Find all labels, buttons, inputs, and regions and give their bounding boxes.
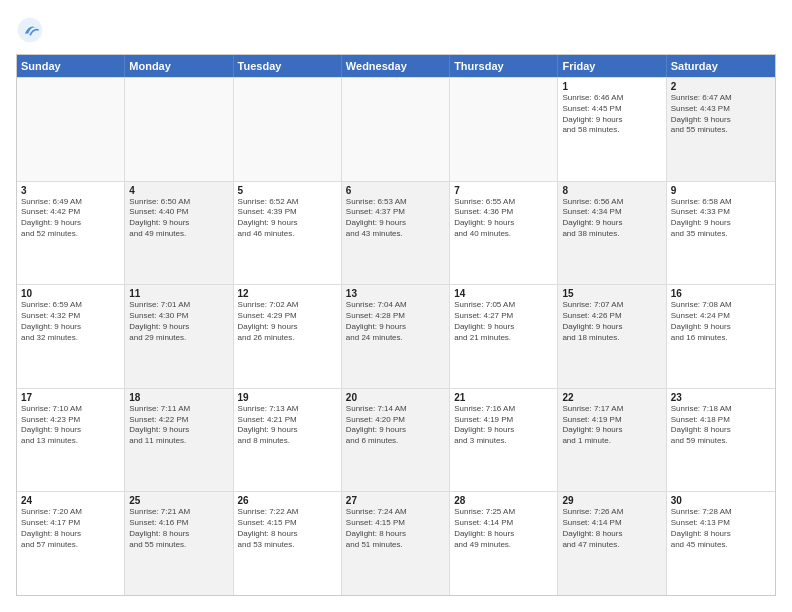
day-info: Sunrise: 7:10 AM Sunset: 4:23 PM Dayligh… xyxy=(21,404,120,447)
day-info: Sunrise: 6:47 AM Sunset: 4:43 PM Dayligh… xyxy=(671,93,771,136)
day-info: Sunrise: 6:58 AM Sunset: 4:33 PM Dayligh… xyxy=(671,197,771,240)
day-number: 28 xyxy=(454,495,553,506)
cal-cell-day-11: 11Sunrise: 7:01 AM Sunset: 4:30 PM Dayli… xyxy=(125,285,233,388)
day-number: 30 xyxy=(671,495,771,506)
day-number: 21 xyxy=(454,392,553,403)
day-info: Sunrise: 7:02 AM Sunset: 4:29 PM Dayligh… xyxy=(238,300,337,343)
day-number: 9 xyxy=(671,185,771,196)
day-number: 7 xyxy=(454,185,553,196)
day-number: 26 xyxy=(238,495,337,506)
day-number: 1 xyxy=(562,81,661,92)
cal-cell-day-9: 9Sunrise: 6:58 AM Sunset: 4:33 PM Daylig… xyxy=(667,182,775,285)
day-info: Sunrise: 7:18 AM Sunset: 4:18 PM Dayligh… xyxy=(671,404,771,447)
cal-cell-day-6: 6Sunrise: 6:53 AM Sunset: 4:37 PM Daylig… xyxy=(342,182,450,285)
cal-header-sunday: Sunday xyxy=(17,55,125,77)
cal-cell-day-20: 20Sunrise: 7:14 AM Sunset: 4:20 PM Dayli… xyxy=(342,389,450,492)
cal-cell-day-13: 13Sunrise: 7:04 AM Sunset: 4:28 PM Dayli… xyxy=(342,285,450,388)
cal-cell-day-27: 27Sunrise: 7:24 AM Sunset: 4:15 PM Dayli… xyxy=(342,492,450,595)
cal-header-friday: Friday xyxy=(558,55,666,77)
cal-cell-day-7: 7Sunrise: 6:55 AM Sunset: 4:36 PM Daylig… xyxy=(450,182,558,285)
cal-cell-day-15: 15Sunrise: 7:07 AM Sunset: 4:26 PM Dayli… xyxy=(558,285,666,388)
cal-cell-day-21: 21Sunrise: 7:16 AM Sunset: 4:19 PM Dayli… xyxy=(450,389,558,492)
cal-week-2: 3Sunrise: 6:49 AM Sunset: 4:42 PM Daylig… xyxy=(17,181,775,285)
day-number: 13 xyxy=(346,288,445,299)
day-info: Sunrise: 6:55 AM Sunset: 4:36 PM Dayligh… xyxy=(454,197,553,240)
cal-cell-day-10: 10Sunrise: 6:59 AM Sunset: 4:32 PM Dayli… xyxy=(17,285,125,388)
day-info: Sunrise: 7:11 AM Sunset: 4:22 PM Dayligh… xyxy=(129,404,228,447)
day-number: 17 xyxy=(21,392,120,403)
cal-cell-day-28: 28Sunrise: 7:25 AM Sunset: 4:14 PM Dayli… xyxy=(450,492,558,595)
day-number: 11 xyxy=(129,288,228,299)
cal-header-tuesday: Tuesday xyxy=(234,55,342,77)
day-info: Sunrise: 7:26 AM Sunset: 4:14 PM Dayligh… xyxy=(562,507,661,550)
cal-cell-day-19: 19Sunrise: 7:13 AM Sunset: 4:21 PM Dayli… xyxy=(234,389,342,492)
day-info: Sunrise: 7:04 AM Sunset: 4:28 PM Dayligh… xyxy=(346,300,445,343)
day-number: 15 xyxy=(562,288,661,299)
logo-icon xyxy=(16,16,44,44)
day-info: Sunrise: 6:50 AM Sunset: 4:40 PM Dayligh… xyxy=(129,197,228,240)
day-number: 19 xyxy=(238,392,337,403)
cal-header-monday: Monday xyxy=(125,55,233,77)
day-number: 14 xyxy=(454,288,553,299)
cal-week-1: 1Sunrise: 6:46 AM Sunset: 4:45 PM Daylig… xyxy=(17,77,775,181)
cal-cell-day-1: 1Sunrise: 6:46 AM Sunset: 4:45 PM Daylig… xyxy=(558,78,666,181)
day-info: Sunrise: 6:46 AM Sunset: 4:45 PM Dayligh… xyxy=(562,93,661,136)
cal-cell-day-30: 30Sunrise: 7:28 AM Sunset: 4:13 PM Dayli… xyxy=(667,492,775,595)
cal-cell-day-16: 16Sunrise: 7:08 AM Sunset: 4:24 PM Dayli… xyxy=(667,285,775,388)
cal-cell-day-2: 2Sunrise: 6:47 AM Sunset: 4:43 PM Daylig… xyxy=(667,78,775,181)
day-info: Sunrise: 7:22 AM Sunset: 4:15 PM Dayligh… xyxy=(238,507,337,550)
cal-cell-empty xyxy=(342,78,450,181)
cal-cell-empty xyxy=(125,78,233,181)
cal-cell-day-5: 5Sunrise: 6:52 AM Sunset: 4:39 PM Daylig… xyxy=(234,182,342,285)
day-info: Sunrise: 7:28 AM Sunset: 4:13 PM Dayligh… xyxy=(671,507,771,550)
day-info: Sunrise: 7:14 AM Sunset: 4:20 PM Dayligh… xyxy=(346,404,445,447)
cal-header-saturday: Saturday xyxy=(667,55,775,77)
day-number: 5 xyxy=(238,185,337,196)
day-number: 6 xyxy=(346,185,445,196)
day-number: 24 xyxy=(21,495,120,506)
cal-cell-day-25: 25Sunrise: 7:21 AM Sunset: 4:16 PM Dayli… xyxy=(125,492,233,595)
cal-week-4: 17Sunrise: 7:10 AM Sunset: 4:23 PM Dayli… xyxy=(17,388,775,492)
cal-cell-day-22: 22Sunrise: 7:17 AM Sunset: 4:19 PM Dayli… xyxy=(558,389,666,492)
day-number: 12 xyxy=(238,288,337,299)
cal-cell-day-26: 26Sunrise: 7:22 AM Sunset: 4:15 PM Dayli… xyxy=(234,492,342,595)
day-info: Sunrise: 7:17 AM Sunset: 4:19 PM Dayligh… xyxy=(562,404,661,447)
day-info: Sunrise: 7:13 AM Sunset: 4:21 PM Dayligh… xyxy=(238,404,337,447)
day-info: Sunrise: 7:05 AM Sunset: 4:27 PM Dayligh… xyxy=(454,300,553,343)
day-number: 27 xyxy=(346,495,445,506)
logo xyxy=(16,16,48,44)
day-number: 2 xyxy=(671,81,771,92)
day-info: Sunrise: 7:08 AM Sunset: 4:24 PM Dayligh… xyxy=(671,300,771,343)
day-number: 16 xyxy=(671,288,771,299)
day-info: Sunrise: 7:01 AM Sunset: 4:30 PM Dayligh… xyxy=(129,300,228,343)
cal-cell-day-17: 17Sunrise: 7:10 AM Sunset: 4:23 PM Dayli… xyxy=(17,389,125,492)
cal-week-3: 10Sunrise: 6:59 AM Sunset: 4:32 PM Dayli… xyxy=(17,284,775,388)
cal-cell-day-29: 29Sunrise: 7:26 AM Sunset: 4:14 PM Dayli… xyxy=(558,492,666,595)
day-info: Sunrise: 7:24 AM Sunset: 4:15 PM Dayligh… xyxy=(346,507,445,550)
day-info: Sunrise: 6:56 AM Sunset: 4:34 PM Dayligh… xyxy=(562,197,661,240)
day-info: Sunrise: 7:25 AM Sunset: 4:14 PM Dayligh… xyxy=(454,507,553,550)
cal-cell-day-12: 12Sunrise: 7:02 AM Sunset: 4:29 PM Dayli… xyxy=(234,285,342,388)
calendar-header: SundayMondayTuesdayWednesdayThursdayFrid… xyxy=(17,55,775,77)
day-number: 23 xyxy=(671,392,771,403)
day-info: Sunrise: 7:20 AM Sunset: 4:17 PM Dayligh… xyxy=(21,507,120,550)
day-info: Sunrise: 6:53 AM Sunset: 4:37 PM Dayligh… xyxy=(346,197,445,240)
cal-cell-day-8: 8Sunrise: 6:56 AM Sunset: 4:34 PM Daylig… xyxy=(558,182,666,285)
day-info: Sunrise: 6:49 AM Sunset: 4:42 PM Dayligh… xyxy=(21,197,120,240)
calendar: SundayMondayTuesdayWednesdayThursdayFrid… xyxy=(16,54,776,596)
cal-header-wednesday: Wednesday xyxy=(342,55,450,77)
day-number: 10 xyxy=(21,288,120,299)
cal-cell-day-14: 14Sunrise: 7:05 AM Sunset: 4:27 PM Dayli… xyxy=(450,285,558,388)
day-number: 8 xyxy=(562,185,661,196)
cal-cell-day-18: 18Sunrise: 7:11 AM Sunset: 4:22 PM Dayli… xyxy=(125,389,233,492)
day-info: Sunrise: 7:07 AM Sunset: 4:26 PM Dayligh… xyxy=(562,300,661,343)
cal-cell-day-4: 4Sunrise: 6:50 AM Sunset: 4:40 PM Daylig… xyxy=(125,182,233,285)
cal-cell-day-24: 24Sunrise: 7:20 AM Sunset: 4:17 PM Dayli… xyxy=(17,492,125,595)
page: SundayMondayTuesdayWednesdayThursdayFrid… xyxy=(0,0,792,612)
day-number: 4 xyxy=(129,185,228,196)
cal-cell-day-23: 23Sunrise: 7:18 AM Sunset: 4:18 PM Dayli… xyxy=(667,389,775,492)
header xyxy=(16,16,776,44)
day-info: Sunrise: 6:59 AM Sunset: 4:32 PM Dayligh… xyxy=(21,300,120,343)
calendar-body: 1Sunrise: 6:46 AM Sunset: 4:45 PM Daylig… xyxy=(17,77,775,595)
cal-header-thursday: Thursday xyxy=(450,55,558,77)
